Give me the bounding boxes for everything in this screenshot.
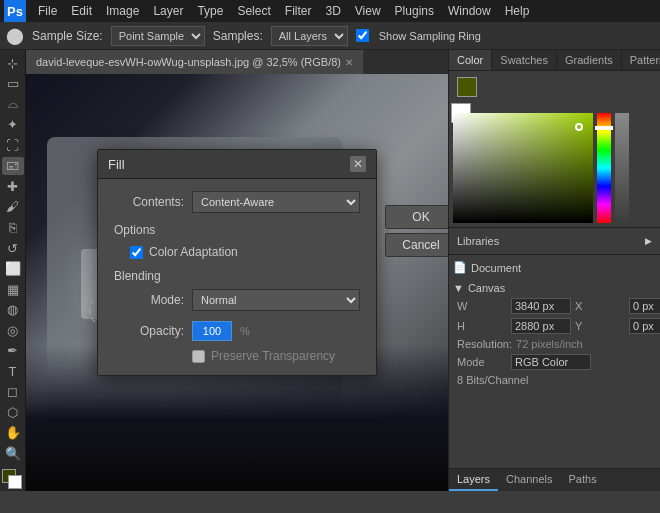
mode-label: Mode — [457, 356, 507, 368]
ok-button[interactable]: OK — [385, 205, 448, 229]
resolution-row: Resolution: 72 pixels/inch — [453, 336, 656, 352]
color-adaptation-row: Color Adaptation — [114, 245, 360, 259]
show-sampling-ring-checkbox[interactable] — [356, 29, 369, 42]
zoom-tool[interactable]: 🔍 — [2, 444, 24, 463]
clone-tool[interactable]: ⎘ — [2, 218, 24, 237]
eyedropper-tool[interactable]: 🖃 — [2, 157, 24, 176]
sample-size-select[interactable]: Point Sample — [111, 26, 205, 46]
document-icon: 📄 — [453, 261, 467, 274]
libraries-collapse-icon: ▶ — [645, 236, 652, 246]
menu-file[interactable]: File — [32, 2, 63, 20]
libraries-label: Libraries — [457, 235, 499, 247]
fill-dialog: Fill ✕ Contents: Content-Aware — [97, 149, 377, 376]
samples-label: Samples: — [213, 29, 263, 43]
pen-tool[interactable]: ✒ — [2, 341, 24, 360]
x-input[interactable] — [629, 298, 660, 314]
dialog-wrapper: Fill ✕ Contents: Content-Aware — [97, 169, 377, 396]
y-input[interactable] — [629, 318, 660, 334]
menu-select[interactable]: Select — [231, 2, 276, 20]
width-label: W — [457, 300, 507, 312]
menu-filter[interactable]: Filter — [279, 2, 318, 20]
menu-plugins[interactable]: Plugins — [389, 2, 440, 20]
opacity-input[interactable] — [192, 321, 232, 341]
blending-section: Blending Mode: Normal Opacity: — [114, 269, 360, 363]
show-sampling-ring-label: Show Sampling Ring — [379, 30, 481, 42]
main-area: ⊹ ▭ ⌓ ✦ ⛶ 🖃 ✚ 🖌 ⎘ ↺ ⬜ ▦ ◍ ◎ ✒ T ◻ ⬡ ✋ 🔍 … — [0, 50, 660, 491]
tab-layers[interactable]: Layers — [449, 469, 498, 491]
dialog-body: Contents: Content-Aware Options — [98, 179, 376, 375]
resolution-value: 72 pixels/inch — [516, 338, 583, 350]
height-input[interactable] — [511, 318, 571, 334]
hand-tool[interactable]: ✋ — [2, 424, 24, 443]
canvas-label: Canvas — [468, 282, 505, 294]
eraser-tool[interactable]: ⬜ — [2, 259, 24, 278]
dialog-buttons: OK Cancel — [385, 205, 448, 257]
menu-type[interactable]: Type — [191, 2, 229, 20]
menu-bar: Ps File Edit Image Layer Type Select Fil… — [0, 0, 660, 22]
contents-select[interactable]: Content-Aware — [192, 191, 360, 213]
tab-gradients[interactable]: Gradients — [557, 50, 622, 70]
color-hue-bar[interactable] — [597, 113, 611, 223]
menu-layer[interactable]: Layer — [147, 2, 189, 20]
type-tool[interactable]: T — [2, 362, 24, 381]
spectrum-indicator — [575, 123, 583, 131]
tab-bar: david-leveque-esvWH-owWug-unsplash.jpg @… — [26, 50, 448, 74]
tab-color[interactable]: Color — [449, 50, 492, 70]
mode-row: Mode: Normal — [114, 289, 360, 311]
lasso-tool[interactable]: ⌓ — [2, 95, 24, 114]
menu-edit[interactable]: Edit — [65, 2, 98, 20]
brush-tool[interactable]: 🖌 — [2, 198, 24, 217]
mode-input[interactable] — [511, 354, 591, 370]
healing-tool[interactable]: ✚ — [2, 177, 24, 196]
preserve-transparency-row: Preserve Transparency — [114, 349, 360, 363]
mode-label: Mode: — [114, 293, 184, 307]
preserve-transparency-checkbox[interactable] — [192, 350, 205, 363]
document-section: 📄 Document — [453, 259, 656, 276]
move-tool[interactable]: ⊹ — [2, 54, 24, 73]
menu-image[interactable]: Image — [100, 2, 145, 20]
dodge-tool[interactable]: ◎ — [2, 321, 24, 340]
menu-window[interactable]: Window — [442, 2, 497, 20]
options-bar: ⬤ Sample Size: Point Sample Samples: All… — [0, 22, 660, 50]
canvas-title[interactable]: ▼ Canvas — [453, 280, 656, 296]
color-spectrum[interactable] — [453, 113, 593, 223]
tab-paths[interactable]: Paths — [561, 469, 605, 491]
document-title[interactable]: 📄 Document — [453, 259, 656, 276]
y-label: Y — [575, 320, 625, 332]
left-toolbar: ⊹ ▭ ⌓ ✦ ⛶ 🖃 ✚ 🖌 ⎘ ↺ ⬜ ▦ ◍ ◎ ✒ T ◻ ⬡ ✋ 🔍 — [0, 50, 26, 491]
libraries-header[interactable]: Libraries ▶ — [453, 232, 656, 250]
tab-channels[interactable]: Channels — [498, 469, 560, 491]
blur-tool[interactable]: ◍ — [2, 300, 24, 319]
bottom-tabs: Layers Channels Paths — [449, 468, 660, 491]
samples-select[interactable]: All Layers — [271, 26, 348, 46]
contents-row: Contents: Content-Aware — [114, 191, 360, 213]
mode-select[interactable]: Normal — [192, 289, 360, 311]
width-input[interactable] — [511, 298, 571, 314]
foreground-swatch[interactable] — [457, 77, 477, 97]
height-row: H Y — [453, 316, 656, 336]
history-tool[interactable]: ↺ — [2, 239, 24, 258]
quick-select-tool[interactable]: ✦ — [2, 116, 24, 135]
marquee-tool[interactable]: ▭ — [2, 75, 24, 94]
tab-swatches[interactable]: Swatches — [492, 50, 557, 70]
color-adaptation-checkbox[interactable] — [130, 246, 143, 259]
blending-label: Blending — [114, 269, 360, 283]
menu-help[interactable]: Help — [499, 2, 536, 20]
path-tool[interactable]: ◻ — [2, 383, 24, 402]
tab-patterns[interactable]: Patterns — [622, 50, 660, 70]
x-label: X — [575, 300, 625, 312]
canvas-bg[interactable]: Fill ✕ Contents: Content-Aware — [26, 74, 448, 491]
dialog-overlay: Fill ✕ Contents: Content-Aware — [26, 74, 448, 491]
active-tab[interactable]: david-leveque-esvWH-owWug-unsplash.jpg @… — [26, 50, 364, 74]
menu-view[interactable]: View — [349, 2, 387, 20]
dialog-close-button[interactable]: ✕ — [350, 156, 366, 172]
crop-tool[interactable]: ⛶ — [2, 136, 24, 155]
properties-panel: 📄 Document ▼ Canvas W X H Y — [449, 255, 660, 468]
color-swatches-row — [453, 75, 656, 113]
options-label: Options — [114, 223, 360, 237]
tab-close-button[interactable]: ✕ — [345, 57, 353, 68]
menu-3d[interactable]: 3D — [319, 2, 346, 20]
shape-tool[interactable]: ⬡ — [2, 403, 24, 422]
gradient-tool[interactable]: ▦ — [2, 280, 24, 299]
cancel-button[interactable]: Cancel — [385, 233, 448, 257]
